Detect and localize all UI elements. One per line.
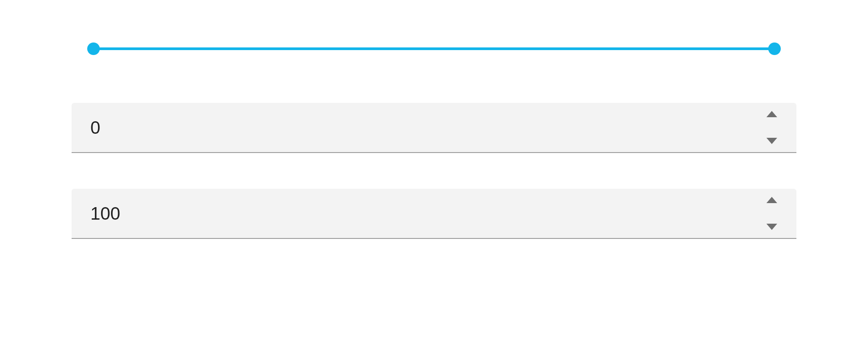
root — [0, 0, 868, 340]
min-number-input[interactable] — [89, 117, 756, 138]
range-slider-track — [87, 47, 781, 50]
range-slider-handle-low[interactable] — [87, 42, 100, 55]
min-number-stepper — [763, 103, 781, 152]
chevron-up-icon[interactable] — [766, 111, 777, 117]
max-number-stepper — [763, 189, 781, 238]
max-number-input[interactable] — [89, 203, 756, 224]
chevron-down-icon[interactable] — [766, 138, 777, 144]
chevron-down-icon[interactable] — [766, 224, 777, 230]
range-slider-handle-high[interactable] — [768, 42, 781, 55]
chevron-up-icon[interactable] — [766, 197, 777, 203]
min-number-field[interactable] — [72, 103, 796, 153]
range-slider[interactable] — [87, 42, 781, 55]
max-number-field[interactable] — [72, 189, 796, 239]
